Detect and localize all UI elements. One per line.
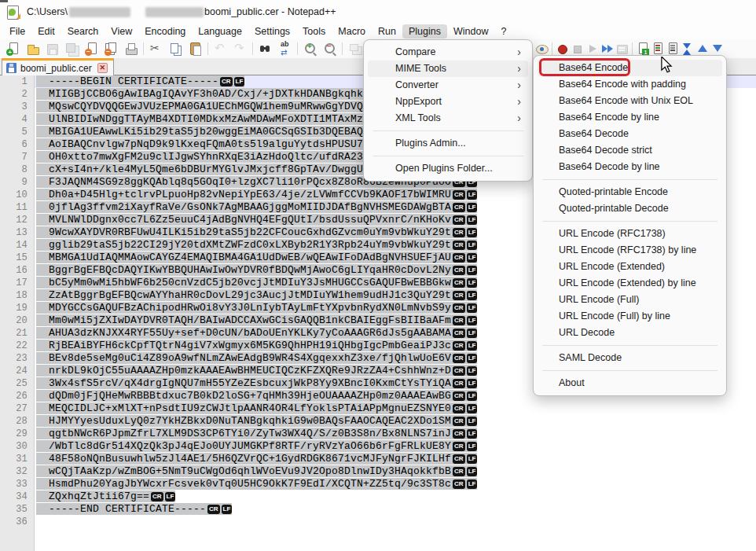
cut-icon[interactable] bbox=[149, 42, 163, 56]
menu-item-label: Base64 Decode bbox=[559, 128, 629, 139]
menu-item-label: URL Encode (Extended) bbox=[559, 261, 665, 272]
line-number: 19 bbox=[0, 302, 34, 314]
open-file-icon[interactable] bbox=[26, 42, 39, 56]
fold-all-icon[interactable] bbox=[681, 42, 694, 56]
next-diff-icon[interactable] bbox=[710, 42, 724, 56]
function-list-icon[interactable] bbox=[636, 42, 649, 56]
menu-macro[interactable]: Macro bbox=[332, 24, 372, 39]
undo-icon[interactable] bbox=[214, 42, 227, 56]
menu-item-label: Quoted-printable Decode bbox=[559, 203, 669, 214]
menu-item-url-encode-extended-by-line[interactable]: URL Encode (Extended) by line bbox=[538, 275, 722, 292]
copy-icon[interactable] bbox=[169, 42, 182, 56]
save-all-icon[interactable] bbox=[65, 42, 79, 56]
macro-save-icon[interactable] bbox=[615, 42, 629, 56]
menu-item-base64-encode-with-padding[interactable]: Base64 Encode with padding bbox=[538, 76, 722, 93]
menu-item-base64-decode-strict[interactable]: Base64 Decode strict bbox=[538, 142, 722, 159]
macro-stop-icon[interactable] bbox=[571, 42, 584, 56]
menu-encoding[interactable]: Encoding bbox=[138, 24, 192, 39]
tab-close-icon[interactable]: ✕ bbox=[97, 63, 108, 73]
line-number: 14 bbox=[0, 239, 34, 252]
menu-item-saml-decode[interactable]: SAML Decode bbox=[538, 350, 722, 366]
monitoring-eye-icon[interactable] bbox=[535, 42, 549, 56]
editor-line-28[interactable]: HJMYYyesUduxLyQ0z7YkHZBkxD0NuTANBgkqhkiG… bbox=[35, 415, 756, 428]
menu-item-quoted-printable-encode[interactable]: Quoted-printable Encode bbox=[538, 184, 722, 200]
redo-icon[interactable] bbox=[233, 42, 247, 56]
macro-play-icon[interactable] bbox=[585, 42, 599, 56]
menu-settings[interactable]: Settings bbox=[248, 24, 296, 39]
line-number: 22 bbox=[0, 340, 34, 352]
menu-item-open-plugins-folder[interactable]: Open Plugins Folder... bbox=[368, 160, 528, 177]
editor-line-30[interactable]: /WbTlc8dGr514XQzQk3pJ4qEJo0UYJUMGKPf8RTF… bbox=[35, 440, 756, 453]
menu-item-url-encode-full-by-line[interactable]: URL Encode (Full) by line bbox=[538, 308, 722, 325]
menu-tools[interactable]: Tools bbox=[296, 24, 332, 39]
sync-v-scroll-icon[interactable] bbox=[348, 42, 361, 56]
replace-icon[interactable] bbox=[278, 42, 292, 56]
editor-line-31[interactable]: 48F58oNQnBusuwhlw5zJl4AE1/5H6QZVrQC+1Gyd… bbox=[35, 453, 756, 465]
menu-item-url-encode-rfc1738[interactable]: URL Encode (RFC1738) bbox=[538, 226, 722, 242]
doc-list-icon[interactable] bbox=[666, 42, 679, 56]
menu-item-url-encode-extended[interactable]: URL Encode (Extended) bbox=[538, 259, 722, 275]
menu-item-base64-encode[interactable]: Base64 Encode bbox=[538, 60, 722, 76]
menu-separator bbox=[542, 221, 717, 222]
certificate-text: dQDm0jFjQHeMwRBBBtdxuc7B0kD2loSG+7qHMh39… bbox=[49, 390, 451, 402]
menu-item-converter[interactable]: Converter› bbox=[368, 77, 528, 94]
menu-item-label: About bbox=[559, 377, 585, 388]
submenu-arrow-icon: › bbox=[517, 61, 521, 77]
menu-item-mime-tools[interactable]: MIME Tools› bbox=[368, 61, 528, 77]
macro-record-icon[interactable] bbox=[556, 42, 569, 56]
editor-line-29[interactable]: qgtbNWcR6PJpmZfrL7XLM9DS3CP6TYi0/ZyTw3WX… bbox=[35, 428, 756, 440]
editor-line-27[interactable]: MEQCIDLJC+xMlXT+nPsdtIU9zCWJtlpAANR4OR4L… bbox=[35, 402, 756, 415]
line-number: 28 bbox=[0, 415, 34, 428]
menu-item-url-decode[interactable]: URL Decode bbox=[538, 325, 722, 341]
menu-plugins[interactable]: Plugins bbox=[402, 24, 447, 39]
close-icon[interactable] bbox=[85, 42, 98, 56]
certificate-text: 3Wx4sfS5rcV/qX4drgIgNQU7mH55YZeZEsbcuxjW… bbox=[49, 377, 451, 389]
new-file-icon[interactable] bbox=[6, 42, 20, 56]
editor-line-32[interactable]: wCQjTAaKzp/wZmBOG+5NmT9uCWgOd6qhlWVoEVu9… bbox=[35, 465, 756, 478]
menu-language[interactable]: Language bbox=[192, 24, 248, 39]
selected-text: RjBEAiBYFH6ckCpfTQtrN4giV7xWgmyx6M5KG9Qh… bbox=[36, 340, 477, 351]
macro-run-multiple-icon[interactable] bbox=[600, 42, 614, 56]
menu-item-nppexport[interactable]: NppExport› bbox=[368, 94, 528, 110]
menu-item-url-encode-full[interactable]: URL Encode (Full) bbox=[538, 292, 722, 308]
eol-marker: CRLF bbox=[451, 252, 477, 263]
menu-item-about[interactable]: About bbox=[538, 375, 722, 391]
selected-text: 3Wx4sfS5rcV/qX4drgIgNQU7mH55YZeZEsbcuxjW… bbox=[36, 377, 477, 389]
find-icon[interactable] bbox=[259, 42, 272, 56]
menu-[interactable]: ? bbox=[494, 24, 512, 39]
zoom-out-icon[interactable] bbox=[323, 42, 336, 56]
menu-item-base64-encode-with-unix-eol[interactable]: Base64 Encode with Unix EOL bbox=[538, 93, 722, 109]
menu-search[interactable]: Search bbox=[61, 24, 105, 39]
print-icon[interactable] bbox=[124, 42, 138, 56]
certificate-text: BggrBgEFBQcDAQYIKwYBBQUHAwIwOwYDVR0fBDQw… bbox=[49, 264, 451, 276]
menu-run[interactable]: Run bbox=[372, 24, 402, 39]
menu-item-url-encode-rfc1738-by-line[interactable]: URL Encode (RFC1738) by line bbox=[538, 242, 722, 259]
menu-window[interactable]: Window bbox=[447, 24, 494, 39]
editor-line-35[interactable]: -----END CERTIFICATE-----CRLF bbox=[35, 503, 756, 516]
line-number: 32 bbox=[0, 465, 34, 478]
menu-item-xml-tools[interactable]: XML Tools› bbox=[368, 110, 528, 127]
menu-item-compare[interactable]: Compare› bbox=[368, 44, 528, 61]
paste-icon[interactable] bbox=[189, 42, 202, 56]
tab-boomi-public-cer[interactable]: boomi_public.cer ✕ bbox=[2, 58, 114, 75]
editor-line-33[interactable]: HsmdPhu20YagJbYWcxrFcsvek0vTq0U5HC9OkK7F… bbox=[35, 478, 756, 490]
menu-edit[interactable]: Edit bbox=[31, 24, 61, 39]
selected-text: bC5yMm0wMi5hbWF6b250cnVzdC5jb20vcjJtMDIu… bbox=[36, 277, 477, 288]
editor-line-34[interactable]: ZQxhqZtJtii67g==CRLF bbox=[35, 490, 756, 503]
editor-line-36[interactable] bbox=[35, 516, 756, 528]
line-number-gutter: 1234567891011121314151617181920212223242… bbox=[0, 75, 35, 551]
menu-item-base64-decode-by-line[interactable]: Base64 Decode by line bbox=[538, 159, 722, 175]
certificate-text: ZzAtBggrBgEFBQcwAYYhaHR0cDovL29jc3AucjJt… bbox=[49, 289, 451, 301]
save-icon[interactable] bbox=[46, 42, 59, 56]
doc-map-icon[interactable] bbox=[651, 42, 664, 56]
menu-file[interactable]: File bbox=[3, 24, 31, 39]
menu-item-plugins-admin[interactable]: Plugins Admin... bbox=[368, 135, 528, 152]
menu-item-label: Base64 Decode strict bbox=[559, 145, 652, 156]
menu-item-base64-decode[interactable]: Base64 Decode bbox=[538, 126, 722, 142]
zoom-in-icon[interactable] bbox=[303, 42, 317, 56]
menu-view[interactable]: View bbox=[105, 24, 138, 39]
menu-item-quoted-printable-decode[interactable]: Quoted-printable Decode bbox=[538, 200, 722, 217]
close-all-icon[interactable] bbox=[105, 42, 118, 56]
menu-item-base64-encode-by-line[interactable]: Base64 Encode by line bbox=[538, 109, 722, 126]
prev-diff-icon[interactable] bbox=[695, 42, 709, 56]
